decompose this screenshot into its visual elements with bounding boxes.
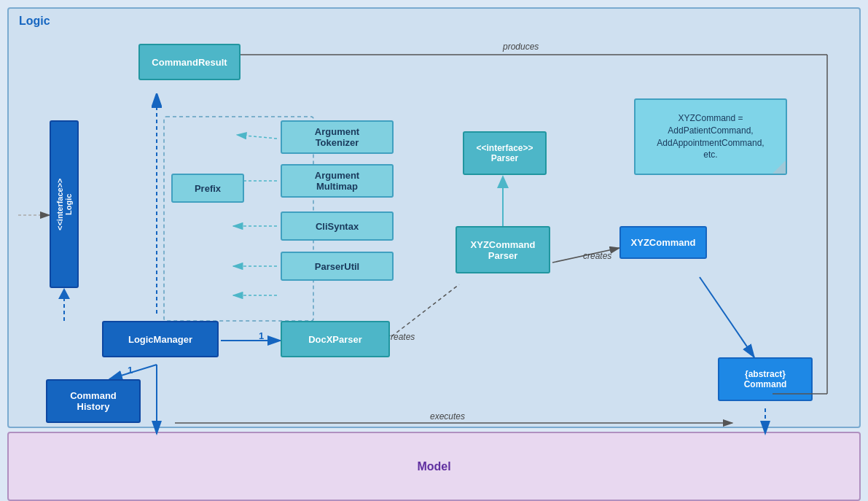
xyz-command-box: XYZCommand [619,226,707,259]
produces-label: produces [503,42,539,52]
doc-x-parser-box: DocXParser [281,321,390,357]
prefix-box: Prefix [171,174,244,203]
model-label: Model [417,460,450,473]
command-result-box: CommandResult [138,44,241,80]
creates2-label: creates [583,251,611,261]
parser-util-box: ParserUtil [281,252,394,281]
creates1-label: creates [386,332,415,342]
multiplicity-1b: 1 [128,365,133,376]
interface-logic-box: <<interface>> Logic [50,120,79,288]
logic-label: Logic [19,15,50,28]
interface-parser-box: <<interface>> Parser [463,131,547,175]
command-history-box: Command History [46,379,141,423]
executes-label: executes [430,411,465,422]
diagram-container: Logic Model [0,0,868,501]
cli-syntax-box: CliSyntax [281,211,394,241]
multiplicity-1a: 1 [259,330,264,341]
xyz-command-parser-box: XYZCommand Parser [455,226,550,273]
abstract-command-box: {abstract} Command [718,357,813,401]
model-section: Model [7,432,861,501]
argument-tokenizer-box: Argument Tokenizer [281,120,394,154]
logic-manager-box: LogicManager [102,321,219,357]
note-box: XYZCommand = AddPatientCommand, AddAppoi… [634,98,787,175]
argument-multimap-box: Argument Multimap [281,164,394,198]
